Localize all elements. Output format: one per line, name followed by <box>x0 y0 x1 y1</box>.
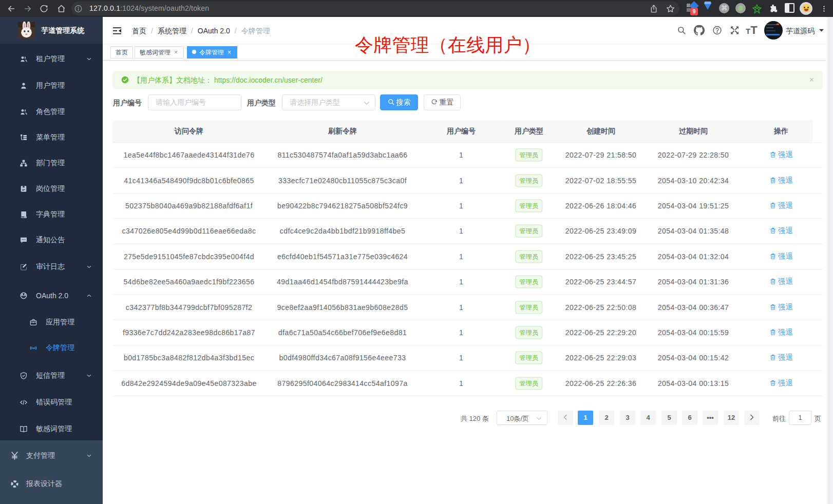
svg-text:a: a <box>32 346 34 349</box>
